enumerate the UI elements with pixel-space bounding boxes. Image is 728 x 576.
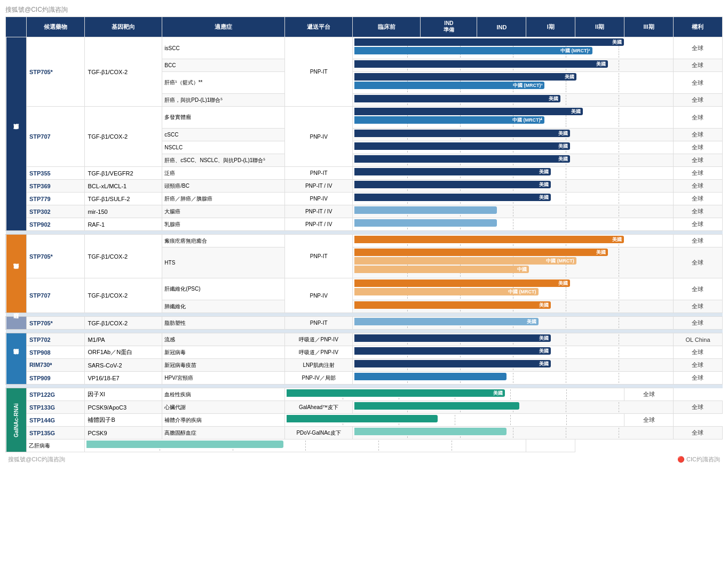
platform-cell: PNP-IT — [285, 317, 353, 330]
table-row: 感染藥物STP702M1/PA流感呼吸道／PNP-IV美國OL China — [6, 333, 723, 346]
rights-cell: 全球 — [673, 72, 722, 94]
indication-cell: 補體介導的疾病 — [162, 414, 285, 427]
rights-cell: 全球 — [673, 278, 722, 300]
pipeline-cell — [285, 414, 624, 427]
table-row: GalNAc-RNAiSTP122G因子XI血栓性疾病美國全球 — [6, 388, 723, 401]
th-indication: 適應症 — [162, 17, 285, 37]
rights-cell: 全球 — [624, 414, 674, 427]
progress-bar: 中國 — [354, 266, 529, 273]
table-body: 腫瘤藥STP705*TGF-β1/COX-2isSCCPNP-IT美國中國 (M… — [6, 37, 723, 452]
target-cell: mir-150 — [85, 205, 162, 218]
platform-cell: LNP肌肉注射 — [285, 359, 353, 372]
footer: 搜狐號@CIC灼識咨詢 🔴 CIC灼識咨詢 — [5, 455, 723, 463]
indication-cell: 脂肪塑性 — [162, 317, 285, 330]
platform-cell: PNP-IV — [285, 107, 353, 167]
indication-cell: 瘢痕疙瘩無疤癒合 — [162, 235, 285, 247]
rights-cell: 全球 — [673, 129, 722, 141]
progress-bar — [354, 206, 497, 214]
indication-cell: HTS — [162, 247, 285, 278]
platform-cell: PNP-IT / IV — [285, 180, 353, 193]
footer-cic: 🔴 CIC灼識咨詢 — [677, 455, 720, 463]
target-cell: 因子XI — [85, 388, 162, 401]
rights-cell: 全球 — [673, 167, 722, 180]
th-phase3: III期 — [624, 17, 674, 37]
drug-cell: STP908 — [26, 346, 85, 359]
platform-cell: PNP-IT / IV — [285, 205, 353, 218]
drug-cell: STP705* — [26, 317, 85, 330]
rights-cell: 全球 — [673, 107, 722, 129]
drug-cell: STP369 — [26, 180, 85, 193]
pipeline-cell: 美國 — [353, 193, 674, 205]
pipeline-cell: 美國 — [353, 94, 674, 107]
progress-bar: 美國 — [354, 360, 551, 367]
pipeline-cell: 美國中國 (MRCT)³ — [353, 72, 674, 94]
target-cell: PCSK9 — [85, 427, 162, 439]
section-divider — [6, 313, 723, 317]
progress-bar: 美國 — [354, 236, 624, 243]
progress-bar: 中國 (MRCT) — [354, 257, 576, 265]
platform-cell: PNP-IT — [285, 167, 353, 180]
platform-cell: PNP-IV — [285, 193, 353, 205]
pipeline-table: 候選藥物 基因靶向 適應症 遞送平台 臨床前 IND準備 IND I期 II期 … — [5, 17, 723, 452]
cic-logo: 🔴 — [677, 456, 685, 463]
indication-cell: 流感 — [162, 333, 285, 346]
rights-cell: 全球 — [673, 59, 722, 72]
pipeline-cell: 美國中國 (MRCT)⁴ — [353, 107, 674, 129]
target-cell: 補體因子B — [85, 414, 162, 427]
rights-cell: 全球 — [673, 154, 722, 167]
target-cell: ORF1Ab／N蛋白 — [85, 346, 162, 359]
drug-cell: STP707 — [26, 107, 85, 167]
indication-cell: 肝癌¹（籃式）** — [162, 72, 285, 94]
indication-cell: 新冠病毒疫苗 — [162, 359, 285, 372]
drug-cell: STP909 — [26, 372, 85, 385]
pipeline-cell — [353, 401, 674, 414]
progress-bar: 美國 — [354, 318, 538, 325]
progress-bar: 美國 — [354, 347, 551, 355]
target-cell: TGF-β1/COX-2 — [85, 278, 162, 313]
rights-cell: 全球 — [673, 218, 722, 231]
table-row: STP302mir-150大腸癌PNP-IT / IV全球 — [6, 205, 723, 218]
table-row: STP707TGF-β1/COX-2肝纖維化(PSC)PNP-IV美國中國 (M… — [6, 278, 723, 300]
th-ind: IND — [477, 17, 526, 37]
drug-cell: STP144G — [26, 414, 85, 427]
th-preclinical: 臨床前 — [353, 17, 421, 37]
drug-cell: RIM730ᵃ — [26, 359, 85, 372]
pipeline-cell: 美國 — [353, 167, 674, 180]
progress-bar: 中國 (MRCT) — [354, 288, 538, 295]
progress-bar — [354, 402, 519, 410]
indication-cell: 大腸癌 — [162, 205, 285, 218]
table-row: STP779TGF-β1/SULF-2肝癌／肺癌／胰腺癌PNP-IV美國全球 — [6, 193, 723, 205]
target-cell: BCL-xL/MCL-1 — [85, 180, 162, 193]
pipeline-cell: 美國中國 (MRCT) — [353, 278, 674, 300]
indication-cell: HPV/宮頸癌 — [162, 372, 285, 385]
drug-cell: STP779 — [26, 193, 85, 205]
drug-cell: STP133G — [26, 401, 85, 414]
category-cell: 腫瘤藥 — [6, 37, 27, 231]
pipeline-cell — [85, 439, 526, 452]
pipeline-cell: 美國 — [353, 180, 674, 193]
progress-bar: 美國 — [354, 108, 582, 115]
rights-cell: 全球 — [673, 193, 722, 205]
drug-cell: STP707 — [26, 278, 85, 313]
progress-bar — [354, 219, 497, 227]
table-row: STP908ORF1Ab／N蛋白新冠病毒呼吸道／PNP-IV美國全球 — [6, 346, 723, 359]
category-cell: 化纖藥 — [6, 235, 27, 313]
progress-bar: 美國 — [287, 389, 505, 397]
indication-cell: NSCLC — [162, 141, 285, 154]
th-target: 基因靶向 — [85, 17, 162, 37]
table-row: 脂類STP705*TGF-β1/COX-2脂肪塑性PNP-IT美國全球 — [6, 317, 723, 330]
indication-cell: 肺纖維化 — [162, 300, 285, 313]
drug-cell: STP702 — [26, 333, 85, 346]
platform-cell: PNP-IV／局部 — [285, 372, 353, 385]
indication-cell: 肝纖維化(PSC) — [162, 278, 285, 300]
progress-bar: 美國 — [354, 181, 551, 188]
platform-cell: PNP-IT — [285, 37, 353, 107]
platform-cell: PNP-IT / IV — [285, 218, 353, 231]
indication-cell: 心臟代謝 — [162, 401, 285, 414]
progress-bar: 美國 — [354, 130, 570, 137]
table-row: 腫瘤藥STP705*TGF-β1/COX-2isSCCPNP-IT美國中國 (M… — [6, 37, 723, 59]
indication-cell: 乙肝病毒 — [26, 439, 85, 452]
rights-cell: 全球 — [673, 37, 722, 59]
table-row: STP133GPCSK9/ApoC3心臟代謝GalAhead™皮下全球 — [6, 401, 723, 414]
rights-cell: 全球 — [673, 247, 722, 278]
